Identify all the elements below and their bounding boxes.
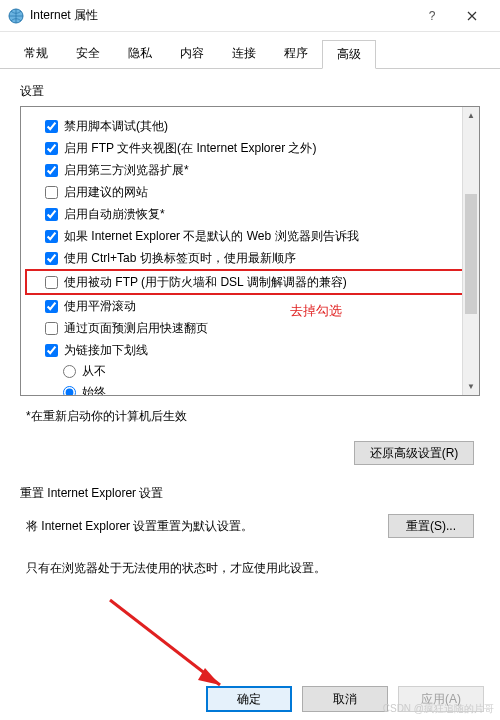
checkbox[interactable] (45, 276, 58, 289)
scroll-up-icon[interactable]: ▲ (463, 107, 479, 124)
reset-section-label: 重置 Internet Explorer 设置 (20, 485, 480, 502)
window-title: Internet 属性 (30, 7, 412, 24)
setting-label: 启用 FTP 文件夹视图(在 Internet Explorer 之外) (64, 139, 317, 157)
checkbox[interactable] (45, 230, 58, 243)
restore-row: 还原高级设置(R) (20, 441, 480, 477)
setting-label: 使用平滑滚动 (64, 297, 136, 315)
radio-label: 从不 (82, 363, 106, 380)
content-area: 设置 禁用脚本调试(其他) 启用 FTP 文件夹视图(在 Internet Ex… (0, 69, 500, 585)
setting-label: 启用自动崩溃恢复* (64, 205, 165, 223)
setting-item: 通过页面预测启用快速翻页 (27, 317, 473, 339)
radio-item: 始终 (63, 382, 473, 396)
tab-general[interactable]: 常规 (10, 40, 62, 68)
setting-item: 启用建议的网站 (27, 181, 473, 203)
setting-label: 使用被动 FTP (用于防火墙和 DSL 调制解调器的兼容) (64, 273, 347, 291)
setting-label: 禁用脚本调试(其他) (64, 117, 168, 135)
close-button[interactable] (452, 1, 492, 31)
setting-label: 启用建议的网站 (64, 183, 148, 201)
tab-connections[interactable]: 连接 (218, 40, 270, 68)
globe-icon (8, 8, 24, 24)
tab-bar: 常规 安全 隐私 内容 连接 程序 高级 (0, 32, 500, 69)
radio-item: 从不 (63, 361, 473, 382)
checkbox[interactable] (45, 208, 58, 221)
help-button[interactable]: ? (412, 1, 452, 31)
tab-advanced[interactable]: 高级 (322, 40, 376, 69)
reset-text: 将 Internet Explorer 设置重置为默认设置。 (26, 518, 368, 535)
watermark: CSDN @疯狂追随的片哥 (383, 702, 494, 716)
tab-content[interactable]: 内容 (166, 40, 218, 68)
radio[interactable] (63, 365, 76, 378)
checkbox[interactable] (45, 344, 58, 357)
cancel-button[interactable]: 取消 (302, 686, 388, 712)
setting-item: 使用 Ctrl+Tab 切换标签页时，使用最新顺序 (27, 247, 473, 269)
reset-row: 将 Internet Explorer 设置重置为默认设置。 重置(S)... (20, 514, 480, 552)
setting-label: 使用 Ctrl+Tab 切换标签页时，使用最新顺序 (64, 249, 296, 267)
tab-security[interactable]: 安全 (62, 40, 114, 68)
checkbox[interactable] (45, 164, 58, 177)
setting-label: 如果 Internet Explorer 不是默认的 Web 浏览器则告诉我 (64, 227, 359, 245)
setting-item: 启用第三方浏览器扩展* (27, 159, 473, 181)
restart-note: *在重新启动你的计算机后生效 (20, 396, 480, 441)
radio-group: 从不 始终 (27, 361, 473, 396)
restore-defaults-button[interactable]: 还原高级设置(R) (354, 441, 474, 465)
tab-privacy[interactable]: 隐私 (114, 40, 166, 68)
reset-note: 只有在浏览器处于无法使用的状态时，才应使用此设置。 (20, 552, 480, 577)
radio[interactable] (63, 386, 76, 396)
setting-item: 禁用脚本调试(其他) (27, 115, 473, 137)
scrollbar-vertical[interactable]: ▲ ▼ (462, 107, 479, 395)
scroll-thumb[interactable] (465, 194, 477, 314)
setting-item: 为链接加下划线 (27, 339, 473, 361)
checkbox[interactable] (45, 322, 58, 335)
titlebar: Internet 属性 ? (0, 0, 500, 32)
settings-list: 禁用脚本调试(其他) 启用 FTP 文件夹视图(在 Internet Explo… (20, 106, 480, 396)
setting-item-highlighted: 使用被动 FTP (用于防火墙和 DSL 调制解调器的兼容) (25, 269, 475, 295)
checkbox[interactable] (45, 252, 58, 265)
setting-item: 启用自动崩溃恢复* (27, 203, 473, 225)
setting-item: 如果 Internet Explorer 不是默认的 Web 浏览器则告诉我 (27, 225, 473, 247)
tab-programs[interactable]: 程序 (270, 40, 322, 68)
ok-button[interactable]: 确定 (206, 686, 292, 712)
settings-label: 设置 (20, 83, 480, 100)
setting-label: 启用第三方浏览器扩展* (64, 161, 189, 179)
checkbox[interactable] (45, 142, 58, 155)
checkbox[interactable] (45, 120, 58, 133)
setting-label: 为链接加下划线 (64, 341, 148, 359)
setting-item: 启用 FTP 文件夹视图(在 Internet Explorer 之外) (27, 137, 473, 159)
setting-item: 使用平滑滚动 (27, 295, 473, 317)
scroll-down-icon[interactable]: ▼ (463, 378, 479, 395)
radio-label: 始终 (82, 384, 106, 396)
annotation-text: 去掉勾选 (290, 302, 342, 320)
checkbox[interactable] (45, 186, 58, 199)
reset-button[interactable]: 重置(S)... (388, 514, 474, 538)
checkbox[interactable] (45, 300, 58, 313)
arrow-annotation-icon (100, 590, 240, 700)
setting-label: 通过页面预测启用快速翻页 (64, 319, 208, 337)
